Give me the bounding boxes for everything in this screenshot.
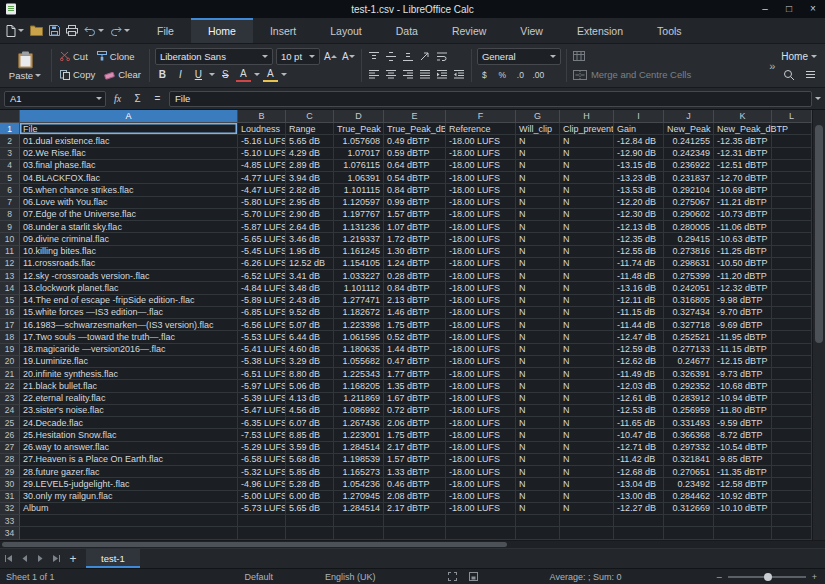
close-button[interactable]: × bbox=[801, 0, 825, 18]
cell-E18[interactable]: 0.52 dBTP bbox=[384, 331, 446, 343]
cell-E15[interactable]: 2.13 dBTP bbox=[384, 295, 446, 307]
cell-D9[interactable]: 1.131236 bbox=[334, 221, 384, 233]
cell-J3[interactable]: 0.242349 bbox=[664, 148, 714, 160]
cell-E20[interactable]: 0.47 dBTP bbox=[384, 356, 446, 368]
cell-D20[interactable]: 1.055682 bbox=[334, 356, 384, 368]
cell-H32[interactable]: N bbox=[560, 503, 614, 515]
cell-F16[interactable]: -18.00 LUFS bbox=[446, 307, 516, 319]
cell-E10[interactable]: 1.72 dBTP bbox=[384, 233, 446, 245]
tab-insert[interactable]: Insert bbox=[253, 18, 313, 43]
cell-J6[interactable]: 0.292104 bbox=[664, 184, 714, 196]
cell-C26[interactable]: 8.85 dB bbox=[286, 429, 334, 441]
row-header-22[interactable]: 22 bbox=[0, 380, 20, 392]
menu-button[interactable] bbox=[804, 70, 817, 79]
cell-C9[interactable]: 2.64 dB bbox=[286, 221, 334, 233]
cell-F31[interactable]: -18.00 LUFS bbox=[446, 491, 516, 503]
cell-F27[interactable]: -18.00 LUFS bbox=[446, 442, 516, 454]
cell-I9[interactable]: -12.13 dB bbox=[614, 221, 664, 233]
cell-J13[interactable]: 0.275399 bbox=[664, 270, 714, 282]
cell-F26[interactable]: -18.00 LUFS bbox=[446, 429, 516, 441]
cell-A16[interactable]: 15.white forces —IS3 edition—.flac bbox=[20, 307, 238, 319]
cell-D31[interactable]: 1.270945 bbox=[334, 491, 384, 503]
row-header-31[interactable]: 31 bbox=[0, 491, 20, 503]
cut-button[interactable]: Cut bbox=[57, 47, 91, 65]
cell-D28[interactable]: 1.198539 bbox=[334, 454, 384, 466]
cell-A20[interactable]: 19.Luminize.flac bbox=[20, 356, 238, 368]
cell-C17[interactable]: 5.07 dB bbox=[286, 319, 334, 331]
previous-sheet-button[interactable] bbox=[16, 549, 32, 568]
cell-D5[interactable]: 1.06391 bbox=[334, 172, 384, 184]
shrink-font-button[interactable]: A bbox=[341, 48, 356, 64]
row-header-30[interactable]: 30 bbox=[0, 478, 20, 490]
cell-H22[interactable]: N bbox=[560, 380, 614, 392]
cell-K11[interactable]: -11.25 dBTP bbox=[714, 246, 772, 258]
row-header-4[interactable]: 4 bbox=[0, 160, 20, 172]
cell-A4[interactable]: 03.final phase.flac bbox=[20, 160, 238, 172]
row-header-26[interactable]: 26 bbox=[0, 429, 20, 441]
cell-E25[interactable]: 2.06 dBTP bbox=[384, 417, 446, 429]
cell-H6[interactable]: N bbox=[560, 184, 614, 196]
next-sheet-button[interactable] bbox=[32, 549, 48, 568]
row-header-13[interactable]: 13 bbox=[0, 270, 20, 282]
vertical-scrollbar[interactable] bbox=[812, 110, 825, 540]
cell-A23[interactable]: 22.eternal reality.flac bbox=[20, 393, 238, 405]
cell-C12[interactable]: 12.52 dB bbox=[286, 258, 334, 270]
cell-L18[interactable] bbox=[772, 331, 812, 343]
cell-B7[interactable]: -5.80 LUFS bbox=[238, 197, 286, 209]
cell-E34[interactable] bbox=[384, 527, 446, 539]
cell-G18[interactable]: N bbox=[516, 331, 560, 343]
cell-B26[interactable]: -7.53 LUFS bbox=[238, 429, 286, 441]
undo-button[interactable] bbox=[84, 26, 104, 36]
cell-K18[interactable]: -11.95 dBTP bbox=[714, 331, 772, 343]
cell-K15[interactable]: -9.98 dBTP bbox=[714, 295, 772, 307]
cell-L31[interactable] bbox=[772, 491, 812, 503]
sum-button[interactable]: Σ bbox=[129, 93, 146, 104]
cell-I18[interactable]: -12.47 dB bbox=[614, 331, 664, 343]
cell-D19[interactable]: 1.180635 bbox=[334, 344, 384, 356]
cell-F25[interactable]: -18.00 LUFS bbox=[446, 417, 516, 429]
cell-I8[interactable]: -12.30 dB bbox=[614, 209, 664, 221]
cell-H33[interactable] bbox=[560, 515, 614, 527]
cell-K13[interactable]: -11.20 dBTP bbox=[714, 270, 772, 282]
cell-B18[interactable]: -5.53 LUFS bbox=[238, 331, 286, 343]
cell-K26[interactable]: -8.72 dBTP bbox=[714, 429, 772, 441]
cell-G5[interactable]: N bbox=[516, 172, 560, 184]
cell-I13[interactable]: -11.48 dB bbox=[614, 270, 664, 282]
tab-review[interactable]: Review bbox=[435, 18, 503, 43]
cell-G3[interactable]: N bbox=[516, 148, 560, 160]
cell-B1[interactable]: Loudness bbox=[238, 123, 286, 135]
cell-B31[interactable]: -5.00 LUFS bbox=[238, 491, 286, 503]
row-header-12[interactable]: 12 bbox=[0, 258, 20, 270]
selection-mode-icon[interactable] bbox=[448, 572, 457, 581]
cell-F4[interactable]: -18.00 LUFS bbox=[446, 160, 516, 172]
cell-H29[interactable]: N bbox=[560, 466, 614, 478]
cell-I31[interactable]: -13.00 dB bbox=[614, 491, 664, 503]
selection-statistics[interactable]: Average: ; Sum: 0 bbox=[550, 572, 622, 582]
cell-B19[interactable]: -5.41 LUFS bbox=[238, 344, 286, 356]
cell-L16[interactable] bbox=[772, 307, 812, 319]
cell-C29[interactable]: 5.85 dB bbox=[286, 466, 334, 478]
cell-D21[interactable]: 1.225343 bbox=[334, 368, 384, 380]
cell-G15[interactable]: N bbox=[516, 295, 560, 307]
cell-A3[interactable]: 02.We Rise.flac bbox=[20, 148, 238, 160]
cell-K22[interactable]: -10.68 dBTP bbox=[714, 380, 772, 392]
cell-H8[interactable]: N bbox=[560, 209, 614, 221]
cell-J18[interactable]: 0.252521 bbox=[664, 331, 714, 343]
cell-F34[interactable] bbox=[446, 527, 516, 539]
cell-A19[interactable]: 18.magicaride —version2016—.flac bbox=[20, 344, 238, 356]
cell-L27[interactable] bbox=[772, 442, 812, 454]
cell-F2[interactable]: -18.00 LUFS bbox=[446, 135, 516, 147]
cell-B32[interactable]: -5.73 LUFS bbox=[238, 503, 286, 515]
cell-L13[interactable] bbox=[772, 270, 812, 282]
cell-G29[interactable]: N bbox=[516, 466, 560, 478]
open-button[interactable] bbox=[30, 25, 43, 36]
cell-E6[interactable]: 0.84 dBTP bbox=[384, 184, 446, 196]
cell-C20[interactable]: 3.29 dB bbox=[286, 356, 334, 368]
tab-home[interactable]: Home bbox=[191, 18, 253, 43]
row-header-11[interactable]: 11 bbox=[0, 246, 20, 258]
align-top-button[interactable] bbox=[367, 51, 381, 62]
cell-C19[interactable]: 4.60 dB bbox=[286, 344, 334, 356]
row-header-14[interactable]: 14 bbox=[0, 282, 20, 294]
zoom-slider[interactable] bbox=[728, 576, 806, 578]
save-button[interactable] bbox=[49, 25, 60, 36]
